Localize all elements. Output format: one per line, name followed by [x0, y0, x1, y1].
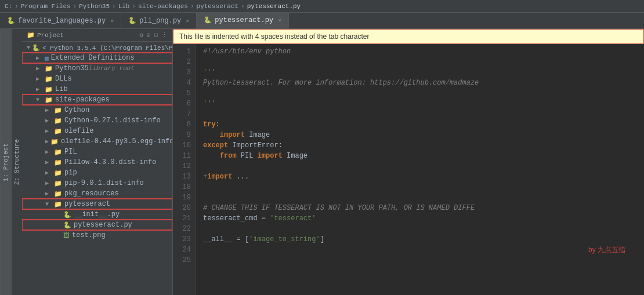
- more-icon[interactable]: ⋮: [161, 31, 168, 39]
- code-line-11: from PIL import Image: [203, 151, 637, 161]
- no-arrow-2: [55, 222, 61, 228]
- olefile-label: olefile: [64, 127, 93, 135]
- chevron-right-icon-9: ▶: [45, 148, 52, 155]
- code-line-22: [203, 224, 637, 234]
- tab-close-icon[interactable]: ✕: [110, 17, 114, 24]
- tree-root[interactable]: ▼ 🐍 < Python 3.5.4 (C:\Program Files\Pyt…: [22, 43, 172, 53]
- chevron-right-icon-2: ▶: [36, 65, 43, 72]
- folder-icon-12: 📁: [54, 180, 62, 187]
- breadcrumb-file[interactable]: pytesseract.py: [247, 3, 301, 10]
- side-tabs: 1: Project Z: Structure: [0, 29, 22, 295]
- tree-pip-dist[interactable]: ▶ 📁 pip-9.0.1.dist-info: [22, 178, 172, 188]
- chevron-right-icon-12: ▶: [45, 180, 52, 187]
- tree-pil[interactable]: ▶ 📁 PIL: [22, 147, 172, 157]
- project-header: 📁 Project ⚙ ⊞ ⊟ ⋮: [22, 29, 172, 42]
- folder-icon-13: 📁: [54, 190, 62, 198]
- breadcrumb-python35[interactable]: Python35: [79, 3, 110, 10]
- olefile-egg-label: olefile-0.44-py3.5.egg-info: [61, 137, 172, 145]
- tree-test-png[interactable]: 🖼 test.png: [22, 230, 172, 241]
- project-header-label: Project: [37, 32, 64, 39]
- no-arrow-3: [55, 232, 61, 239]
- warning-text: This file is indented with 4 spaces inst…: [179, 32, 370, 41]
- code-line-10: except ImportError:: [203, 140, 637, 151]
- python35-label: Python35: [55, 64, 89, 72]
- chevron-right-icon-13: ▶: [45, 190, 52, 197]
- tree-pillow-dist[interactable]: ▶ 📁 Pillow-4.3.0.dist-info: [22, 157, 172, 167]
- code-line-7: [203, 109, 637, 119]
- tree-pkg-resources[interactable]: ▶ 📁 pkg_resources: [22, 188, 172, 199]
- code-line-21: tesseract_cmd = 'tesseract': [203, 213, 637, 224]
- breadcrumb-lib[interactable]: Lib: [118, 3, 130, 10]
- line-numbers: 1 2 3 4 5 6 7 8 9 10 11 12 13 18 19 20 2…: [173, 44, 196, 295]
- breadcrumb-pytesseract-folder[interactable]: pytesseract: [197, 3, 239, 10]
- tree-pip[interactable]: ▶ 📁 pip: [22, 167, 172, 178]
- init-py-label: __init__.py: [74, 210, 120, 218]
- chevron-right-icon-3: ▶: [36, 75, 43, 82]
- pytesseract-folder-label: pytesseract: [64, 200, 110, 208]
- tab-close-icon-3[interactable]: ✕: [278, 17, 281, 24]
- expand-icon[interactable]: ⊞: [147, 31, 151, 39]
- tree-dlls[interactable]: ▶ 📁 DLLs: [22, 74, 172, 84]
- site-packages-label: site-packages: [55, 96, 110, 104]
- structure-tab[interactable]: Z: Structure: [11, 29, 22, 295]
- breadcrumb-programfiles[interactable]: Program Files: [21, 3, 71, 10]
- code-line-2: [203, 57, 637, 67]
- root-label: < Python 3.5.4 (C:\Program Files\Python3…: [42, 45, 172, 52]
- python-icon: 🐍: [32, 44, 40, 52]
- code-area: 1 2 3 4 5 6 7 8 9 10 11 12 13 18 19 20 2…: [173, 44, 644, 295]
- tree-pytesseract-py[interactable]: 🐍 pytesseract.py: [22, 220, 172, 230]
- code-line-5: [203, 88, 637, 99]
- pil-label: PIL: [64, 148, 77, 156]
- py-file-icon: 🐍: [63, 211, 71, 218]
- breadcrumb-drive[interactable]: C:: [5, 3, 12, 10]
- python-file-icon-3: 🐍: [204, 16, 212, 24]
- project-panel: 📁 Project ⚙ ⊞ ⊟ ⋮ ▼ 🐍 < Python 3.5.4 (C:…: [22, 29, 173, 295]
- cython-dist-label: Cython-0.27.1.dist-info: [64, 116, 161, 125]
- settings-icon[interactable]: ⚙: [139, 31, 143, 39]
- project-tree: ▼ 🐍 < Python 3.5.4 (C:\Program Files\Pyt…: [22, 42, 172, 295]
- tab-close-icon-2[interactable]: ✕: [186, 17, 189, 24]
- folder-icon-7: 📁: [54, 128, 62, 135]
- tab-label-2: pli_png.py: [139, 17, 181, 25]
- code-line-23: __all__ = ['image_to_string']: [203, 234, 637, 245]
- no-arrow: [55, 212, 61, 218]
- definitions-icon: ▦: [45, 54, 49, 62]
- tab-label: favorite_languages.py: [18, 17, 106, 25]
- tree-python35[interactable]: ▶ 📁 Python35 library root: [22, 63, 172, 74]
- tree-init-py[interactable]: 🐍 __init__.py: [22, 209, 172, 220]
- png-file-icon: 🖼: [63, 232, 70, 239]
- folder-icon-5: 📁: [54, 107, 62, 114]
- code-line-8: try:: [203, 119, 637, 130]
- folder-icon: 📁: [45, 65, 53, 72]
- tab-pli-png[interactable]: 🐍 pli_png.py ✕: [121, 13, 197, 28]
- pkg-resources-label: pkg_resources: [64, 190, 119, 198]
- breadcrumb-sitepackages[interactable]: site-packages: [138, 3, 188, 10]
- tab-pytesseract[interactable]: 🐍 pytesseract.py ✕: [197, 13, 289, 28]
- code-line-25: [203, 255, 637, 265]
- chevron-right-icon-5: ▶: [45, 107, 52, 114]
- tree-cython[interactable]: ▶ 📁 Cython: [22, 105, 172, 115]
- code-line-6: ''': [203, 99, 637, 109]
- folder-icon-11: 📁: [54, 169, 62, 177]
- tree-extended-defs[interactable]: ▶ ▦ Extended Definitions: [22, 53, 172, 63]
- collapse-icon[interactable]: ⊟: [154, 31, 158, 39]
- code-line-4: Python-tesseract. For more information: …: [203, 78, 637, 88]
- code-line-12: [203, 161, 637, 172]
- test-png-label: test.png: [72, 231, 106, 239]
- tree-pytesseract-folder[interactable]: ▼ 📁 pytesseract: [22, 199, 172, 209]
- project-tab[interactable]: 1: Project: [0, 29, 11, 295]
- code-content[interactable]: #!/usr/bin/env python ''' Python-tessera…: [196, 44, 644, 295]
- chevron-right-icon: ▶: [36, 54, 43, 61]
- folder-icon-10: 📁: [54, 159, 62, 166]
- tree-olefile[interactable]: ▶ 📁 olefile: [22, 126, 172, 136]
- tree-cython-dist[interactable]: ▶ 📁 Cython-0.27.1.dist-info: [22, 115, 172, 126]
- tab-label-3: pytesseract.py: [215, 16, 273, 24]
- tree-olefile-egg[interactable]: ▶ 📁 olefile-0.44-py3.5.egg-info: [22, 136, 172, 147]
- pip-dist-label: pip-9.0.1.dist-info: [64, 179, 144, 187]
- tree-lib[interactable]: ▶ 📁 Lib: [22, 84, 172, 94]
- tree-site-packages[interactable]: ▼ 📁 site-packages: [22, 94, 172, 105]
- chevron-down-icon: ▼: [27, 45, 30, 51]
- code-line-24: by 九点五指: [203, 245, 637, 255]
- library-root-label: library root: [89, 65, 135, 72]
- tab-favorite-languages[interactable]: 🐍 favorite_languages.py ✕: [0, 13, 121, 28]
